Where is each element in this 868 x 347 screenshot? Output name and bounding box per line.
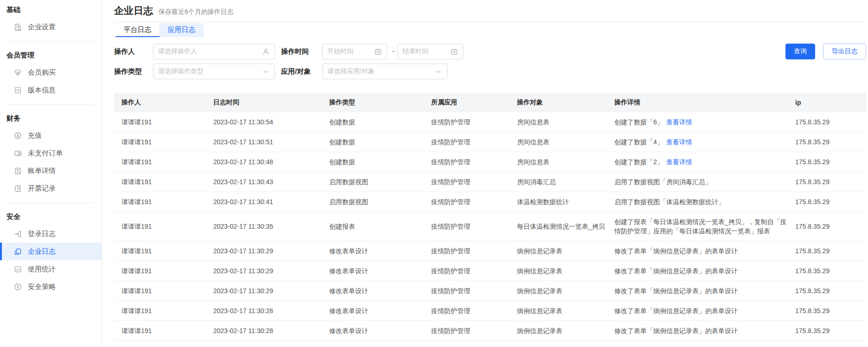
cell-app: 疫情防护管理 — [431, 172, 517, 192]
time-separator: ~ — [391, 44, 395, 59]
sidebar-item-label: 未支付订单 — [28, 149, 63, 158]
sidebar-item-recharge[interactable]: 充值 — [0, 127, 102, 144]
sidebar-item-label: 账单详情 — [28, 167, 56, 175]
sidebar-item-version-info[interactable]: 版本信息 — [0, 81, 102, 99]
cell-object: 病例信息记录表 — [517, 241, 614, 261]
type-label: 操作类型 — [114, 64, 142, 79]
detail-text: 创建了报表「每日体温检测情况一览表_拷贝」，复制自「疫情防护管理」应用的「每日体… — [614, 218, 787, 235]
sidebar-item-label: 安全策略 — [28, 283, 56, 291]
sidebar-section-divider — [7, 41, 94, 42]
cell-log-time: 2023-02-17 11:30:28 — [213, 301, 329, 321]
operator-label: 操作人 — [114, 44, 135, 59]
sidebar-item-unpaid-orders[interactable]: 未支付订单 — [0, 144, 102, 162]
cell-detail: 修改了表单「病例信息记录表」的表单设计 — [614, 281, 795, 301]
sidebar-item-member-purchase[interactable]: 会员购买 — [0, 64, 102, 81]
login-log-icon — [14, 230, 22, 238]
sidebar-item-label: 版本信息 — [28, 86, 56, 95]
cell-operator: 谭谭谭191 — [114, 241, 213, 261]
cell-log-time: 2023-02-17 11:30:29 — [213, 281, 329, 301]
table-row: 谭谭谭1912023-02-17 11:30:29修改表单设计疫情防护管理病例信… — [114, 281, 866, 301]
log-table: 操作人日志时间操作类型所属应用操作对象操作详情ip 谭谭谭1912023-02-… — [114, 93, 866, 341]
cell-app: 疫情防护管理 — [431, 112, 517, 132]
invoice-record-icon — [14, 185, 22, 193]
cell-log-time: 2023-02-17 11:30:54 — [213, 112, 329, 132]
cell-object: 房间消毒汇总 — [517, 172, 614, 192]
cell-app: 疫情防护管理 — [431, 241, 517, 261]
chevron-down-icon — [262, 68, 270, 76]
cell-log-time: 2023-02-17 11:30:43 — [213, 172, 329, 192]
cell-object: 房间信息表 — [517, 112, 614, 132]
calendar-icon — [374, 48, 382, 56]
sidebar-item-enterprise-log[interactable]: 企业日志 — [0, 243, 102, 260]
cell-log-time: 2023-02-17 11:30:29 — [213, 261, 329, 281]
cell-ip: 175.8.35.29 — [795, 261, 866, 281]
sidebar-section-title-security: 安全 — [0, 209, 102, 225]
cell-type: 修改表单设计 — [329, 241, 431, 261]
cell-type: 修改表单设计 — [329, 281, 431, 301]
sidebar-item-label: 开票记录 — [28, 184, 56, 193]
cell-operator: 谭谭谭191 — [114, 152, 213, 172]
cell-log-time: 2023-02-17 11:30:35 — [213, 212, 329, 241]
tab-platform-log[interactable]: 平台日志 — [115, 23, 160, 37]
sidebar-item-login-log[interactable]: 登录日志 — [0, 225, 102, 243]
cell-detail: 创建了报表「每日体温检测情况一览表_拷贝」，复制自「疫情防护管理」应用的「每日体… — [614, 212, 795, 241]
cell-type: 启用数据视图 — [329, 192, 431, 212]
column-header: 操作类型 — [329, 93, 431, 112]
cell-app: 疫情防护管理 — [431, 301, 517, 321]
usage-stats-icon — [14, 265, 22, 273]
column-header: ip — [795, 93, 866, 112]
sidebar-item-usage-stats[interactable]: 使用统计 — [0, 260, 102, 278]
cell-ip: 175.8.35.29 — [795, 321, 866, 341]
sidebar: 基础企业设置会员管理会员购买版本信息财务充值未支付订单账单详情开票记录安全登录日… — [0, 0, 102, 347]
end-time-input[interactable]: 结束时间 — [397, 44, 463, 59]
cell-object: 病例信息记录表 — [517, 321, 614, 341]
export-log-button[interactable]: 导出日志 — [823, 44, 866, 59]
view-detail-link[interactable]: 查看详情 — [666, 118, 692, 126]
detail-text: 修改了表单「病例信息记录表」的表单设计 — [614, 247, 738, 255]
view-detail-link[interactable]: 查看详情 — [666, 138, 692, 146]
cell-detail: 修改了表单「病例信息记录表」的表单设计 — [614, 241, 795, 261]
cell-log-time: 2023-02-17 11:30:29 — [213, 241, 329, 261]
type-select[interactable]: 请选择操作类型 — [153, 64, 275, 79]
cell-detail: 修改了表单「病例信息记录表」的表单设计 — [614, 321, 795, 341]
operator-input[interactable]: 请选择操作人 — [153, 44, 275, 59]
main-content: 企业日志 保存最近6个月的操作日志 平台日志应用日志 操作人 请选择操作人 操作… — [102, 0, 868, 347]
enterprise-log-icon — [14, 248, 22, 256]
sidebar-item-security-policy[interactable]: 安全策略 — [0, 278, 102, 296]
bill-detail-icon — [14, 167, 22, 175]
column-header: 所属应用 — [431, 93, 517, 112]
table-row: 谭谭谭1912023-02-17 11:30:29修改表单设计疫情防护管理病例信… — [114, 241, 866, 261]
start-time-input[interactable]: 开始时间 — [322, 44, 387, 59]
table-row: 谭谭谭1912023-02-17 11:30:41启用数据视图疫情防护管理体温检… — [114, 192, 866, 212]
cell-type: 创建报表 — [329, 212, 431, 241]
query-button[interactable]: 查询 — [785, 44, 815, 59]
vip-diamond-icon — [14, 69, 22, 77]
view-detail-link[interactable]: 查看详情 — [666, 158, 692, 166]
sidebar-item-enterprise-settings[interactable]: 企业设置 — [0, 18, 102, 36]
app-object-select[interactable]: 请选择应用/对象 — [322, 64, 447, 79]
page-subtitle: 保存最近6个月的操作日志 — [159, 6, 234, 17]
column-header: 操作对象 — [517, 93, 614, 112]
operator-placeholder: 请选择操作人 — [158, 47, 197, 56]
cell-object: 病例信息记录表 — [517, 261, 614, 281]
cell-ip: 175.8.35.29 — [795, 132, 866, 152]
table-row: 谭谭谭1912023-02-17 11:30:48创建数据疫情防护管理房间信息表… — [114, 152, 866, 172]
recharge-yen-icon — [14, 132, 22, 140]
cell-detail: 创建了数据「2」查看详情 — [614, 152, 795, 172]
cell-app: 疫情防护管理 — [431, 261, 517, 281]
cell-operator: 谭谭谭191 — [114, 261, 213, 281]
table-row: 谭谭谭1912023-02-17 11:30:54创建数据疫情防护管理房间信息表… — [114, 112, 866, 132]
cell-log-time: 2023-02-17 11:30:48 — [213, 152, 329, 172]
user-icon — [262, 48, 270, 56]
sidebar-item-label: 充值 — [28, 131, 42, 140]
cell-operator: 谭谭谭191 — [114, 212, 213, 241]
cell-operator: 谭谭谭191 — [114, 172, 213, 192]
sidebar-item-bill-details[interactable]: 账单详情 — [0, 162, 102, 180]
detail-text: 修改了表单「病例信息记录表」的表单设计 — [614, 307, 738, 315]
tab-app-log[interactable]: 应用日志 — [160, 23, 204, 37]
cell-ip: 175.8.35.29 — [795, 112, 866, 132]
cell-log-time: 2023-02-17 11:30:51 — [213, 132, 329, 152]
cell-app: 疫情防护管理 — [431, 321, 517, 341]
cell-type: 修改表单设计 — [329, 321, 431, 341]
sidebar-item-invoice-records[interactable]: 开票记录 — [0, 180, 102, 197]
